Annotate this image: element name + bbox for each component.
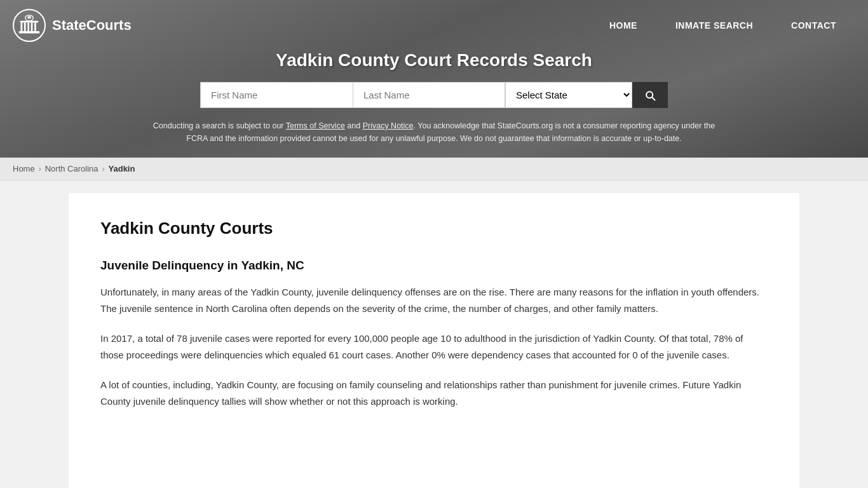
header-content: Yadkin County Court Records Search Selec… bbox=[0, 50, 868, 158]
paragraph-1: Unfortunately, in many areas of the Yadk… bbox=[100, 284, 768, 316]
last-name-input[interactable] bbox=[353, 82, 505, 108]
svg-rect-6 bbox=[31, 22, 33, 31]
svg-rect-1 bbox=[19, 31, 39, 34]
first-name-input[interactable] bbox=[200, 82, 353, 108]
svg-rect-3 bbox=[21, 22, 23, 31]
logo-text: StateCourts bbox=[52, 17, 132, 34]
content-card: Yadkin County Courts Juvenile Delinquenc… bbox=[69, 193, 799, 488]
svg-rect-7 bbox=[34, 22, 36, 31]
section-title: Juvenile Delinquency in Yadkin, NC bbox=[100, 259, 768, 273]
site-header: StateCourts HOME INMATE SEARCH CONTACT Y… bbox=[0, 0, 868, 158]
main-content: Yadkin County Courts Juvenile Delinquenc… bbox=[0, 180, 868, 488]
nav-contact[interactable]: CONTACT bbox=[772, 3, 855, 48]
breadcrumb-sep-1: › bbox=[39, 165, 41, 173]
nav-home[interactable]: HOME bbox=[590, 3, 656, 48]
disclaimer-text: Conducting a search is subject to our Te… bbox=[148, 119, 720, 145]
search-bar: Select StateAlabamaAlaskaArizonaArkansas… bbox=[13, 82, 855, 108]
logo-icon bbox=[13, 9, 46, 42]
logo[interactable]: StateCourts bbox=[13, 9, 132, 42]
paragraph-2: In 2017, a total of 78 juvenile cases we… bbox=[100, 330, 768, 363]
svg-rect-0 bbox=[27, 16, 31, 18]
svg-rect-5 bbox=[27, 22, 29, 31]
breadcrumb-county: Yadkin bbox=[109, 164, 135, 173]
nav-inmate-search[interactable]: INMATE SEARCH bbox=[656, 3, 772, 48]
card-title: Yadkin County Courts bbox=[100, 219, 768, 238]
breadcrumb-sep-2: › bbox=[102, 165, 105, 173]
breadcrumb-state[interactable]: North Carolina bbox=[45, 164, 98, 173]
breadcrumb-home[interactable]: Home bbox=[13, 164, 35, 173]
search-icon bbox=[644, 89, 656, 102]
nav-bar: StateCourts HOME INMATE SEARCH CONTACT bbox=[0, 0, 868, 50]
paragraph-3: A lot of counties, including, Yadkin Cou… bbox=[100, 377, 768, 409]
privacy-link[interactable]: Privacy Notice bbox=[363, 121, 414, 130]
terms-link[interactable]: Terms of Service bbox=[286, 121, 345, 130]
svg-rect-4 bbox=[24, 22, 26, 31]
breadcrumb: Home › North Carolina › Yadkin bbox=[0, 158, 868, 180]
nav-links: HOME INMATE SEARCH CONTACT bbox=[590, 3, 855, 48]
page-title: Yadkin County Court Records Search bbox=[13, 50, 855, 71]
state-select[interactable]: Select StateAlabamaAlaskaArizonaArkansas… bbox=[505, 82, 632, 108]
search-button[interactable] bbox=[632, 82, 668, 108]
